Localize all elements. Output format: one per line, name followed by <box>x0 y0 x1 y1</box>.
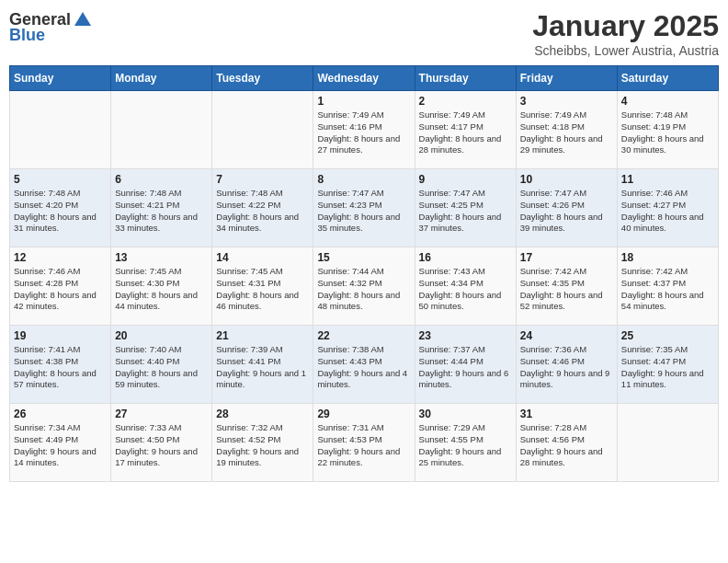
cell-content: Sunrise: 7:29 AM Sunset: 4:55 PM Dayligh… <box>419 422 512 469</box>
logo-icon <box>73 9 93 29</box>
calendar-cell <box>10 91 111 169</box>
day-number: 4 <box>621 95 714 108</box>
day-number: 5 <box>14 173 107 186</box>
day-number: 11 <box>621 173 714 186</box>
cell-content: Sunrise: 7:42 AM Sunset: 4:35 PM Dayligh… <box>520 266 613 313</box>
calendar-cell: 21Sunrise: 7:39 AM Sunset: 4:41 PM Dayli… <box>212 326 313 404</box>
day-number: 3 <box>520 95 613 108</box>
cell-content: Sunrise: 7:43 AM Sunset: 4:34 PM Dayligh… <box>419 266 512 313</box>
day-number: 7 <box>216 173 309 186</box>
cell-content: Sunrise: 7:49 AM Sunset: 4:18 PM Dayligh… <box>520 109 613 156</box>
page-header: General Blue January 2025 Scheibbs, Lowe… <box>9 9 719 58</box>
day-number: 26 <box>14 408 107 420</box>
title-block: January 2025 Scheibbs, Lower Austria, Au… <box>532 9 719 58</box>
day-number: 9 <box>419 173 512 186</box>
calendar-header-row: SundayMondayTuesdayWednesdayThursdayFrid… <box>10 66 719 91</box>
calendar-cell: 20Sunrise: 7:40 AM Sunset: 4:40 PM Dayli… <box>111 326 212 404</box>
cell-content: Sunrise: 7:33 AM Sunset: 4:50 PM Dayligh… <box>115 422 208 469</box>
calendar-cell: 15Sunrise: 7:44 AM Sunset: 4:32 PM Dayli… <box>313 247 415 326</box>
page-subtitle: Scheibbs, Lower Austria, Austria <box>532 43 719 58</box>
day-number: 20 <box>115 329 208 342</box>
calendar-cell: 31Sunrise: 7:28 AM Sunset: 4:56 PM Dayli… <box>516 404 617 482</box>
calendar-cell: 10Sunrise: 7:47 AM Sunset: 4:26 PM Dayli… <box>516 169 617 247</box>
cell-content: Sunrise: 7:45 AM Sunset: 4:30 PM Dayligh… <box>115 266 208 313</box>
logo: General Blue <box>9 9 93 45</box>
calendar-cell: 28Sunrise: 7:32 AM Sunset: 4:52 PM Dayli… <box>212 404 313 482</box>
cell-content: Sunrise: 7:45 AM Sunset: 4:31 PM Dayligh… <box>216 266 309 313</box>
calendar-cell: 26Sunrise: 7:34 AM Sunset: 4:49 PM Dayli… <box>10 404 111 482</box>
calendar-cell <box>111 91 212 169</box>
day-number: 14 <box>216 251 309 264</box>
day-number: 12 <box>14 251 107 264</box>
cell-content: Sunrise: 7:28 AM Sunset: 4:56 PM Dayligh… <box>520 422 613 469</box>
calendar-day-header: Tuesday <box>212 66 313 91</box>
cell-content: Sunrise: 7:48 AM Sunset: 4:20 PM Dayligh… <box>14 188 107 235</box>
calendar-week-row: 12Sunrise: 7:46 AM Sunset: 4:28 PM Dayli… <box>10 247 719 326</box>
day-number: 2 <box>419 95 512 108</box>
calendar-week-row: 26Sunrise: 7:34 AM Sunset: 4:49 PM Dayli… <box>10 404 719 482</box>
day-number: 22 <box>317 329 410 342</box>
cell-content: Sunrise: 7:36 AM Sunset: 4:46 PM Dayligh… <box>520 344 613 391</box>
calendar-cell: 8Sunrise: 7:47 AM Sunset: 4:23 PM Daylig… <box>313 169 415 247</box>
cell-content: Sunrise: 7:47 AM Sunset: 4:23 PM Dayligh… <box>317 188 410 235</box>
cell-content: Sunrise: 7:46 AM Sunset: 4:27 PM Dayligh… <box>621 188 714 235</box>
svg-marker-0 <box>74 12 91 26</box>
cell-content: Sunrise: 7:46 AM Sunset: 4:28 PM Dayligh… <box>14 266 107 313</box>
day-number: 23 <box>419 329 512 342</box>
calendar-cell: 5Sunrise: 7:48 AM Sunset: 4:20 PM Daylig… <box>10 169 111 247</box>
cell-content: Sunrise: 7:42 AM Sunset: 4:37 PM Dayligh… <box>621 266 714 313</box>
cell-content: Sunrise: 7:49 AM Sunset: 4:17 PM Dayligh… <box>419 109 512 156</box>
calendar-cell: 18Sunrise: 7:42 AM Sunset: 4:37 PM Dayli… <box>617 247 718 326</box>
calendar-cell: 11Sunrise: 7:46 AM Sunset: 4:27 PM Dayli… <box>617 169 718 247</box>
day-number: 6 <box>115 173 208 186</box>
page-title: January 2025 <box>532 9 719 43</box>
cell-content: Sunrise: 7:47 AM Sunset: 4:26 PM Dayligh… <box>520 188 613 235</box>
cell-content: Sunrise: 7:34 AM Sunset: 4:49 PM Dayligh… <box>14 422 107 469</box>
cell-content: Sunrise: 7:39 AM Sunset: 4:41 PM Dayligh… <box>216 344 309 391</box>
day-number: 31 <box>520 408 613 420</box>
cell-content: Sunrise: 7:40 AM Sunset: 4:40 PM Dayligh… <box>115 344 208 391</box>
logo-blue-text: Blue <box>9 26 45 45</box>
cell-content: Sunrise: 7:37 AM Sunset: 4:44 PM Dayligh… <box>419 344 512 391</box>
calendar-day-header: Sunday <box>10 66 111 91</box>
day-number: 16 <box>419 251 512 264</box>
cell-content: Sunrise: 7:38 AM Sunset: 4:43 PM Dayligh… <box>317 344 410 391</box>
calendar-cell: 4Sunrise: 7:48 AM Sunset: 4:19 PM Daylig… <box>617 91 718 169</box>
day-number: 21 <box>216 329 309 342</box>
cell-content: Sunrise: 7:47 AM Sunset: 4:25 PM Dayligh… <box>419 188 512 235</box>
calendar-table: SundayMondayTuesdayWednesdayThursdayFrid… <box>9 65 719 482</box>
calendar-cell <box>212 91 313 169</box>
calendar-week-row: 19Sunrise: 7:41 AM Sunset: 4:38 PM Dayli… <box>10 326 719 404</box>
day-number: 10 <box>520 173 613 186</box>
day-number: 1 <box>317 95 410 108</box>
day-number: 13 <box>115 251 208 264</box>
calendar-cell: 27Sunrise: 7:33 AM Sunset: 4:50 PM Dayli… <box>111 404 212 482</box>
calendar-day-header: Friday <box>516 66 617 91</box>
day-number: 25 <box>621 329 714 342</box>
day-number: 19 <box>14 329 107 342</box>
calendar-cell: 7Sunrise: 7:48 AM Sunset: 4:22 PM Daylig… <box>212 169 313 247</box>
calendar-day-header: Monday <box>111 66 212 91</box>
calendar-cell: 2Sunrise: 7:49 AM Sunset: 4:17 PM Daylig… <box>415 91 516 169</box>
calendar-cell: 29Sunrise: 7:31 AM Sunset: 4:53 PM Dayli… <box>313 404 415 482</box>
calendar-cell: 12Sunrise: 7:46 AM Sunset: 4:28 PM Dayli… <box>10 247 111 326</box>
cell-content: Sunrise: 7:32 AM Sunset: 4:52 PM Dayligh… <box>216 422 309 469</box>
cell-content: Sunrise: 7:35 AM Sunset: 4:47 PM Dayligh… <box>621 344 714 391</box>
calendar-cell: 17Sunrise: 7:42 AM Sunset: 4:35 PM Dayli… <box>516 247 617 326</box>
cell-content: Sunrise: 7:48 AM Sunset: 4:22 PM Dayligh… <box>216 188 309 235</box>
day-number: 17 <box>520 251 613 264</box>
calendar-week-row: 5Sunrise: 7:48 AM Sunset: 4:20 PM Daylig… <box>10 169 719 247</box>
day-number: 18 <box>621 251 714 264</box>
calendar-day-header: Wednesday <box>313 66 415 91</box>
day-number: 8 <box>317 173 410 186</box>
day-number: 30 <box>419 408 512 420</box>
day-number: 28 <box>216 408 309 420</box>
calendar-cell: 23Sunrise: 7:37 AM Sunset: 4:44 PM Dayli… <box>415 326 516 404</box>
calendar-day-header: Saturday <box>617 66 718 91</box>
calendar-cell: 16Sunrise: 7:43 AM Sunset: 4:34 PM Dayli… <box>415 247 516 326</box>
cell-content: Sunrise: 7:48 AM Sunset: 4:21 PM Dayligh… <box>115 188 208 235</box>
calendar-cell <box>617 404 718 482</box>
cell-content: Sunrise: 7:31 AM Sunset: 4:53 PM Dayligh… <box>317 422 410 469</box>
calendar-week-row: 1Sunrise: 7:49 AM Sunset: 4:16 PM Daylig… <box>10 91 719 169</box>
calendar-cell: 1Sunrise: 7:49 AM Sunset: 4:16 PM Daylig… <box>313 91 415 169</box>
